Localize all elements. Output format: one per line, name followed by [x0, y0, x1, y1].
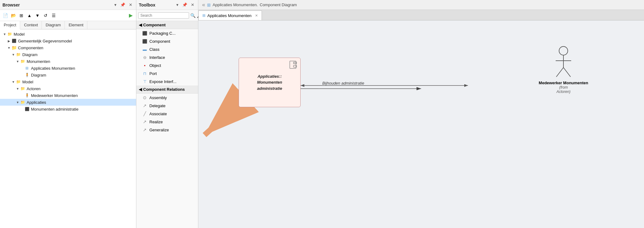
tab-element[interactable]: Element: [65, 21, 87, 29]
tree-area: ▼ 📁 Model ▶ ⬛ Gemeentelijk Gegevensmodel…: [0, 29, 136, 228]
browser-pin-btn[interactable]: ▾: [113, 2, 118, 8]
breadcrumb: « ⊞ Applicaties Monumenten. Component Di…: [198, 0, 644, 10]
tree-item-medewerker[interactable]: 🧍 Medewerker Monumenten: [0, 92, 136, 99]
actor-diagram-icon: 🧍: [24, 72, 30, 78]
tree-item-monumenten[interactable]: ▼ 📁 Monumenten: [0, 58, 136, 65]
tree-item-mon-admin[interactable]: ⬛ Monumenten administratie: [0, 106, 136, 112]
toolbox-item-port[interactable]: ⊓ Port: [136, 69, 198, 77]
browser-panel: Browser ▾ 📌 ✕ 📄 📂 ⊞ ▲ ▼ ↺ ☰ ▶ Project Co…: [0, 0, 136, 228]
tree-item-applicaties-monumenten[interactable]: ⊞ Applicaties Monumenten: [0, 65, 136, 72]
toolbox-item-component[interactable]: ⬛ Component: [136, 37, 198, 45]
tree-label: Model: [14, 32, 24, 37]
component-box[interactable]: Applicaties::Monumentenadministratie: [239, 58, 301, 107]
actor-from: (from Actoren): [556, 85, 570, 94]
toolbox-item-generalize[interactable]: ↗ Generalize: [136, 126, 198, 134]
tree-item-diagram-l2[interactable]: ▼ 📁 Diagram: [0, 51, 136, 58]
toolbox-item-realize[interactable]: ↗ Realize: [136, 118, 198, 126]
toolbox-item-label: Class: [149, 47, 160, 52]
tab-project[interactable]: Project: [0, 21, 20, 29]
toolbox-section-relations[interactable]: ◀ Component Relations: [136, 86, 198, 94]
tab-diagram[interactable]: Diagram: [42, 21, 65, 29]
folder-pink-icon: 📁: [11, 45, 17, 50]
tree-label: Gemeentelijk Gegevensmodel: [18, 39, 72, 43]
toolbox-section-component[interactable]: ◀ Component: [136, 21, 198, 29]
tree-item-actoren[interactable]: ▼ 📁 Actoren: [0, 85, 136, 92]
tree-arrow[interactable]: ▼: [15, 101, 20, 104]
toolbox-item-object[interactable]: ▪ Object: [136, 61, 198, 69]
toolbox-item-label: Delegate: [149, 103, 165, 108]
section-label: Component Relations: [143, 87, 185, 92]
section-label: Component: [143, 23, 165, 27]
folder-icon: 📁: [20, 99, 25, 105]
browser-title: Browser: [2, 2, 20, 7]
down-icon[interactable]: ▼: [34, 12, 41, 19]
toolbox-content: ◀ Component ⬛ Packaging C... ⬛ Component…: [136, 21, 198, 228]
browser-float-btn[interactable]: 📌: [119, 2, 126, 8]
toolbox-item-label: Expose Interf...: [149, 79, 176, 84]
toolbox-item-interface[interactable]: ⊖ Interface: [136, 53, 198, 61]
diagram-tab-bar: ⊞ Applicaties Monumenten ✕: [198, 10, 644, 20]
toolbox-item-associate[interactable]: ╱ Associate: [136, 110, 198, 118]
up-icon[interactable]: ▲: [26, 12, 33, 19]
play-icon[interactable]: ▶: [127, 12, 134, 19]
tree-arrow[interactable]: ▼: [2, 33, 7, 36]
toolbox-item-label: Associate: [149, 112, 167, 116]
toolbox-item-label: Component: [149, 39, 170, 44]
tree-label: Monumenten: [27, 59, 50, 64]
nav-back-btn[interactable]: «: [202, 2, 205, 8]
diagram-tab-close-btn[interactable]: ✕: [255, 14, 258, 18]
component-icon: ⬛: [24, 106, 30, 112]
svg-point-9: [559, 46, 568, 55]
browser-titlebar: Browser ▾ 📌 ✕: [0, 0, 136, 10]
sync-icon[interactable]: ↺: [42, 12, 49, 19]
toolbox-item-assembly[interactable]: ⊙ Assembly: [136, 94, 198, 102]
toolbox-dropdown-btn[interactable]: ▾: [175, 2, 180, 8]
tree-item-componenten[interactable]: ▼ 📁 Componenten: [0, 44, 136, 51]
tree-arrow[interactable]: ▼: [7, 46, 11, 50]
component-icon-tb: ⬛: [142, 38, 148, 44]
tree-item-applicaties[interactable]: ▼ 📁 Applicaties: [0, 99, 136, 106]
realize-icon: ↗: [142, 119, 148, 125]
toolbox-item-label: Port: [149, 71, 157, 76]
tree-label: Monumenten administratie: [31, 107, 78, 112]
actor-icon: 🧍: [24, 93, 30, 98]
tree-label: Componenten: [18, 46, 43, 50]
search-icon[interactable]: 🔍: [190, 12, 196, 19]
class-icon: ▬: [142, 46, 148, 52]
assoc-arrow-svg: [301, 79, 480, 92]
tree-arrow[interactable]: ▼: [15, 60, 20, 63]
tab-context[interactable]: Context: [20, 21, 42, 29]
toolbox-item-label: Assembly: [149, 95, 167, 100]
toolbox-item-label: Packaging C...: [149, 31, 176, 36]
tree-arrow[interactable]: ▶: [7, 39, 11, 43]
toolbox-item-packaging[interactable]: ⬛ Packaging C...: [136, 29, 198, 37]
breadcrumb-part2: Component Diagram: [260, 2, 297, 7]
component-diagram-icon: ⊞: [24, 65, 30, 71]
tree-arrow[interactable]: ▼: [11, 53, 15, 56]
grid-icon[interactable]: ⊞: [18, 12, 25, 19]
toolbox-title-icons: ▾ 📌 ✕: [175, 2, 196, 8]
toolbox-item-delegate[interactable]: ↗ Delegate: [136, 102, 198, 110]
interface-icon: ⊖: [142, 55, 148, 60]
tree-arrow[interactable]: ▼: [15, 87, 20, 90]
diagram-tab-applicaties[interactable]: ⊞ Applicaties Monumenten ✕: [198, 11, 262, 20]
toolbox-search-input[interactable]: [138, 12, 189, 19]
toolbox-item-expose[interactable]: ⊤ Expose Interf...: [136, 77, 198, 86]
diagram-canvas[interactable]: Applicaties::Monumentenadministratie Bij…: [198, 20, 644, 228]
tree-arrow[interactable]: ▼: [11, 80, 15, 84]
stick-figure-svg: [553, 45, 574, 79]
toolbox-item-class[interactable]: ▬ Class: [136, 45, 198, 53]
toolbox-pin-btn[interactable]: 📌: [181, 2, 188, 8]
section-arrow: ◀: [139, 23, 142, 27]
browser-close-btn[interactable]: ✕: [128, 2, 134, 8]
tree-item-model-l2[interactable]: ▼ 📁 Model: [0, 78, 136, 85]
open-folder-icon[interactable]: 📂: [10, 12, 17, 19]
toolbox-close-btn[interactable]: ✕: [190, 2, 196, 8]
tree-item-diagram-l4[interactable]: 🧍 Diagram: [0, 72, 136, 78]
menu-icon[interactable]: ☰: [50, 12, 57, 19]
tree-item-model[interactable]: ▼ 📁 Model: [0, 31, 136, 37]
tree-item-gegevensmodel[interactable]: ▶ ⬛ Gemeentelijk Gegevensmodel: [0, 37, 136, 44]
new-icon[interactable]: 📄: [2, 12, 9, 19]
assembly-icon: ⊙: [142, 95, 148, 100]
generalize-icon: ↗: [142, 127, 148, 133]
